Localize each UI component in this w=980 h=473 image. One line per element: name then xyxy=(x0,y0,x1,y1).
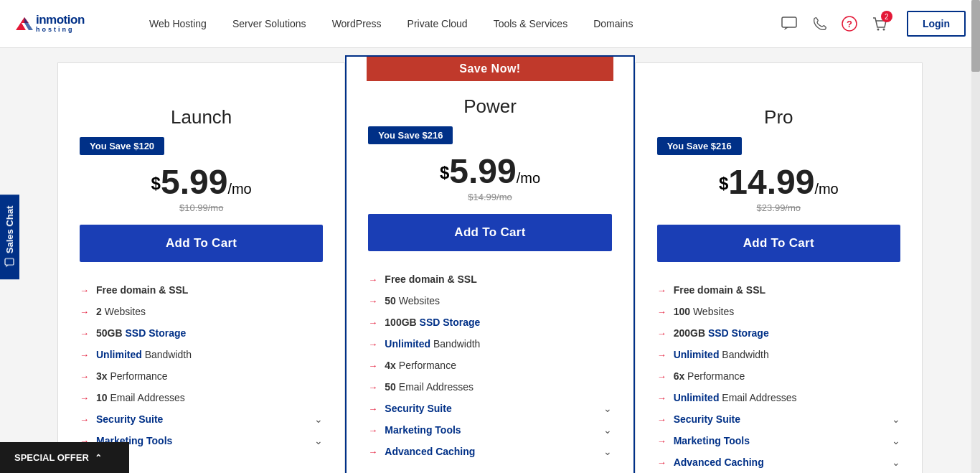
logo-tagline: hosting xyxy=(36,27,85,34)
feature-performance-3x: → 3x Performance xyxy=(80,365,323,387)
arrow-icon: → xyxy=(368,446,377,457)
phone-icon[interactable] xyxy=(809,14,829,34)
security-suite-link[interactable]: Security Suite xyxy=(385,403,451,414)
plan-card-pro: Pro You Save $216 $14.99/mo $23.99/mo Ad… xyxy=(635,62,923,473)
plan-card-power: Save Now! Power You Save $216 $5.99/mo $… xyxy=(345,55,634,473)
chevron-down-icon: ⌄ xyxy=(892,435,900,446)
feature-free-domain-ssl-power: → Free domain & SSL xyxy=(368,268,611,290)
feature-bandwidth-unlimited: → Unlimited Bandwidth xyxy=(80,344,323,365)
svg-rect-8 xyxy=(6,258,14,265)
price-original-launch: $10.99/mo xyxy=(80,202,323,213)
security-suite-link[interactable]: Security Suite xyxy=(674,413,740,425)
marketing-tools-row: Marketing Tools ⌄ xyxy=(674,435,900,446)
feature-advanced-caching-pro[interactable]: → Advanced Caching ⌄ xyxy=(657,451,900,473)
security-suite-link[interactable]: Security Suite xyxy=(96,413,163,425)
price-original-power: $14.99/mo xyxy=(368,192,611,202)
add-to-cart-power[interactable]: Add To Cart xyxy=(368,214,611,251)
security-suite-row: Security Suite ⌄ xyxy=(674,413,900,425)
price-mo-power: /mo xyxy=(517,170,540,186)
login-button[interactable]: Login xyxy=(907,11,966,37)
feature-storage-50: → 50GB SSD Storage xyxy=(80,322,323,344)
arrow-icon: → xyxy=(657,457,666,468)
feature-email-unlimited: → Unlimited Email Addresses xyxy=(657,387,900,408)
arrow-icon: → xyxy=(80,306,89,317)
svg-point-6 xyxy=(877,29,879,31)
plan-title-power: Power xyxy=(368,81,611,126)
advanced-caching-row: Advanced Caching ⌄ xyxy=(385,446,611,457)
security-suite-row: Security Suite ⌄ xyxy=(385,403,611,414)
ssd-storage-link[interactable]: SSD Storage xyxy=(125,327,186,339)
arrow-icon: → xyxy=(80,371,89,382)
help-icon[interactable]: ? xyxy=(839,14,859,34)
chevron-down-icon: ⌄ xyxy=(603,403,612,414)
price-original-pro: $23.99/mo xyxy=(657,202,900,213)
price-main-pro: 14.99 xyxy=(728,163,814,201)
card-spacer xyxy=(80,63,323,92)
scrollbar[interactable] xyxy=(971,0,980,473)
price-area-pro: $14.99/mo xyxy=(657,165,900,200)
savings-badge-power: You Save $216 xyxy=(368,126,453,144)
chevron-up-icon: ⌃ xyxy=(95,453,102,463)
arrow-icon: → xyxy=(80,350,89,360)
ssd-storage-link[interactable]: SSD Storage xyxy=(420,317,481,328)
price-dollar-launch: $ xyxy=(151,174,161,193)
feature-marketing-tools-power[interactable]: → Marketing Tools ⌄ xyxy=(368,419,611,441)
advanced-caching-link[interactable]: Advanced Caching xyxy=(385,446,475,457)
chevron-down-icon: ⌄ xyxy=(314,435,323,446)
arrow-icon: → xyxy=(657,306,666,317)
special-offer-bar[interactable]: SPECIAL OFFER ⌃ xyxy=(0,442,129,473)
feature-security-suite-pro[interactable]: → Security Suite ⌄ xyxy=(657,408,900,430)
arrow-icon: → xyxy=(657,436,666,446)
feature-websites-50: → 50 Websites xyxy=(368,290,611,312)
main-nav: Web Hosting Server Solutions WordPress P… xyxy=(136,0,779,48)
features-list-launch: → Free domain & SSL → 2 Websites → 50GB … xyxy=(80,279,323,451)
price-area-launch: $5.99/mo xyxy=(80,165,323,200)
feature-bandwidth-unlimited-pro: → Unlimited Bandwidth xyxy=(657,344,900,365)
arrow-icon: → xyxy=(657,328,666,339)
feature-security-suite-power[interactable]: → Security Suite ⌄ xyxy=(368,398,611,419)
feature-websites-100: → 100 Websites xyxy=(657,301,900,322)
arrow-icon: → xyxy=(368,425,377,436)
add-to-cart-pro[interactable]: Add To Cart xyxy=(657,225,900,262)
chat-icon[interactable] xyxy=(779,14,799,34)
logo[interactable]: inmotion hosting xyxy=(14,14,115,34)
feature-security-suite-launch[interactable]: → Security Suite ⌄ xyxy=(80,408,323,430)
price-mo-launch: /mo xyxy=(227,181,251,197)
marketing-tools-link[interactable]: Marketing Tools xyxy=(385,424,461,436)
arrow-icon: → xyxy=(657,393,666,403)
pricing-cards-row: Launch You Save $120 $5.99/mo $10.99/mo … xyxy=(57,48,923,473)
marketing-tools-link[interactable]: Marketing Tools xyxy=(674,435,750,446)
feature-storage-100: → 100GB SSD Storage xyxy=(368,312,611,333)
svg-text:?: ? xyxy=(847,19,852,29)
price-main-launch: 5.99 xyxy=(161,163,227,201)
nav-domains[interactable]: Domains xyxy=(580,0,646,48)
chevron-down-icon: ⌄ xyxy=(603,446,612,457)
feature-advanced-caching-power[interactable]: → Advanced Caching ⌄ xyxy=(368,441,611,462)
nav-server-solutions[interactable]: Server Solutions xyxy=(220,0,319,48)
sales-chat-tab[interactable]: Sales Chat xyxy=(0,194,19,278)
nav-wordpress[interactable]: WordPress xyxy=(319,0,395,48)
cart-icon[interactable]: 2 xyxy=(870,14,890,34)
scrollbar-thumb[interactable] xyxy=(971,0,980,72)
main-content: Launch You Save $120 $5.99/mo $10.99/mo … xyxy=(0,48,980,473)
arrow-icon: → xyxy=(80,328,89,339)
arrow-icon: → xyxy=(368,317,377,328)
nav-private-cloud[interactable]: Private Cloud xyxy=(395,0,481,48)
plan-title-pro: Pro xyxy=(657,92,900,137)
arrow-icon: → xyxy=(80,285,89,296)
feature-storage-200: → 200GB SSD Storage xyxy=(657,322,900,344)
plan-title-launch: Launch xyxy=(80,92,323,137)
add-to-cart-launch[interactable]: Add To Cart xyxy=(80,225,323,262)
svg-marker-1 xyxy=(24,17,33,30)
feature-performance-4x: → 4x Performance xyxy=(368,355,611,376)
nav-tools-services[interactable]: Tools & Services xyxy=(481,0,580,48)
arrow-icon: → xyxy=(657,371,666,382)
card-spacer xyxy=(657,63,900,92)
ssd-storage-link[interactable]: SSD Storage xyxy=(708,327,769,339)
logo-name: inmotion xyxy=(36,14,85,27)
nav-web-hosting[interactable]: Web Hosting xyxy=(136,0,220,48)
advanced-caching-link[interactable]: Advanced Caching xyxy=(674,456,764,468)
marketing-tools-row: Marketing Tools ⌄ xyxy=(96,435,323,446)
price-dollar-power: $ xyxy=(440,163,449,182)
feature-marketing-tools-pro[interactable]: → Marketing Tools ⌄ xyxy=(657,430,900,451)
